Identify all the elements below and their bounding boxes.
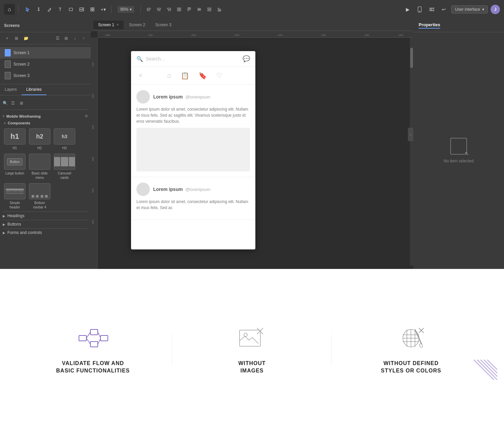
svg-point-0 (38, 8, 39, 9)
screen-item-3[interactable]: Screen 3 (0, 70, 91, 81)
folder-button[interactable]: 📁 (22, 35, 30, 42)
undo-button[interactable]: ↩ (439, 5, 449, 14)
component-h3[interactable]: h3 H3 (54, 128, 75, 150)
device-preview-button[interactable] (415, 5, 424, 14)
lib-toolbar: 🔍 ☰ ⊞ (3, 98, 88, 110)
svg-rect-19 (190, 8, 191, 10)
tab-screen1[interactable]: Screen 1 ✕ (93, 21, 124, 29)
settings-icon[interactable]: ⚙ (85, 114, 88, 118)
buttons-section[interactable]: ▶ Buttons (3, 220, 88, 228)
post-1-meta: Lorem ipsum @loremipsum (153, 94, 210, 100)
component-large-button[interactable]: Button Large button (4, 154, 26, 180)
divider-1 (18, 5, 18, 13)
tab-screen1-close[interactable]: ✕ (116, 23, 119, 27)
align-top[interactable] (184, 5, 194, 14)
h1-label: H1 (13, 146, 17, 150)
ui-mode-dropdown[interactable]: User interface ▾ (451, 5, 488, 13)
screen-label-2: Screen 2 (13, 62, 30, 67)
image-tool[interactable] (77, 5, 86, 14)
canvas-area[interactable]: -800 -700 -600 -500 -400 -300 -200 -100 … (91, 31, 413, 269)
zoom-value: 95% (120, 7, 128, 12)
chat-icon: 💬 (243, 55, 250, 63)
post-2-meta: Lorem ipsum @loremipsum (153, 187, 210, 192)
distribute-v[interactable] (205, 5, 214, 14)
lib-search-icon: 🔍 (3, 101, 8, 106)
forms-controls-section[interactable]: ▶ Forms and controls (3, 228, 88, 237)
lib-grid-icon[interactable]: ⊞ (18, 100, 25, 107)
styles-icon (394, 325, 428, 352)
layers-libraries-panel: Layers Libraries 🔍 ☰ ⊞ ▾ Mobile Wirefram… (0, 84, 91, 269)
sort-desc-button[interactable]: ↑ (80, 35, 87, 42)
add-screen-button[interactable]: + (3, 35, 11, 42)
tab-screen2[interactable]: Screen 2 (124, 21, 150, 29)
component-carousel[interactable]: Carousel cards (54, 154, 75, 180)
svg-rect-25 (208, 10, 211, 11)
h3-label: H3 (62, 146, 67, 150)
tab-screen3[interactable]: Screen 3 (151, 21, 176, 29)
svg-rect-5 (93, 8, 94, 9)
canvas-content[interactable]: 🔍 Search... 💬 < ⌂ 📋 🔖 ♡ (97, 38, 413, 269)
libraries-tab[interactable]: Libraries (22, 84, 46, 95)
component-h2[interactable]: h2 H2 (29, 128, 50, 150)
component-slide-menu[interactable]: Basic slide menu (29, 154, 50, 180)
select-tool[interactable] (23, 5, 33, 14)
post-1-handle: @loremipsum (185, 95, 210, 100)
screen-item-2[interactable]: Screen 2 (0, 58, 91, 70)
zoom-control[interactable]: 95% ▾ (118, 6, 134, 13)
mobile-wireframing-section: ▾ Mobile Wireframing ⚙ ▾ Components (3, 113, 88, 237)
sort-asc-button[interactable]: ↓ (71, 35, 79, 42)
text-tool[interactable]: T (55, 5, 65, 14)
play-button[interactable]: ▶ (403, 5, 412, 14)
canvas-scrollbar-v[interactable] (410, 38, 413, 266)
panel-toggle-button[interactable]: › (408, 128, 413, 141)
scrollbar-thumb[interactable] (410, 48, 413, 68)
component-tool[interactable] (88, 5, 97, 14)
align-left[interactable] (144, 5, 154, 14)
list-view-button[interactable]: ☰ (54, 35, 61, 42)
align-right[interactable] (164, 5, 174, 14)
share-button[interactable] (427, 5, 436, 14)
align-center-h[interactable] (154, 5, 164, 14)
anchor-tool[interactable] (34, 5, 43, 14)
screen-item-1[interactable]: Screen 1 (0, 47, 91, 58)
user-avatar[interactable]: J (491, 5, 500, 14)
post-1-header: Lorem ipsum @loremipsum (136, 90, 250, 104)
post-2-text: Lorem ipsum dolor sit amet, consectetur … (136, 199, 250, 211)
components-header[interactable]: ▾ Components (4, 120, 88, 126)
distribute-h[interactable] (174, 5, 184, 14)
headings-label: Headings (7, 213, 25, 218)
ui-mode-label: User interface (455, 7, 480, 12)
svg-rect-37 (100, 335, 108, 341)
button-thumb: Button (4, 154, 26, 170)
align-center-v[interactable] (195, 5, 204, 14)
home-button[interactable]: ⌂ (4, 4, 15, 15)
zoom-dropdown-icon: ▾ (130, 7, 132, 12)
mobile-wireframing-header[interactable]: ▾ Mobile Wireframing ⚙ (3, 113, 88, 120)
align-bottom[interactable] (215, 5, 224, 14)
toolbar-right: ▶ ↩ User interface ▾ (403, 5, 500, 14)
search-icon: 🔍 (136, 56, 143, 62)
grid-view2-button[interactable]: ⊞ (62, 35, 70, 42)
screen-label-1: Screen 1 (13, 50, 30, 55)
slide-thumb (29, 154, 50, 170)
component-h1[interactable]: h1 H1 (4, 128, 26, 150)
lib-list-icon[interactable]: ☰ (9, 100, 16, 107)
svg-line-40 (98, 332, 100, 337)
component-navbar[interactable]: Bottom navbar 4 (29, 183, 50, 209)
grid-view-button[interactable]: ⊞ (13, 35, 20, 42)
post-1-username: Lorem ipsum (153, 94, 183, 100)
feature-1-title: VALIDATE FLOW AND BASIC FUNCTIONALITIES (56, 360, 130, 375)
buttons-label: Buttons (7, 222, 21, 227)
screen-label-3: Screen 3 (13, 73, 30, 78)
svg-point-30 (419, 11, 420, 12)
headings-section[interactable]: ▶ Headings (3, 211, 88, 220)
tab-screen2-label: Screen 2 (129, 23, 145, 27)
rect-tool[interactable] (66, 5, 76, 14)
svg-rect-4 (91, 8, 92, 9)
align-group (144, 5, 224, 14)
plus-tool[interactable]: +▾ (98, 5, 108, 14)
layers-tab[interactable]: Layers (0, 84, 22, 95)
component-simple-header[interactable]: Simple header (4, 183, 26, 209)
svg-rect-27 (218, 8, 219, 11)
pen-tool[interactable] (45, 5, 54, 14)
